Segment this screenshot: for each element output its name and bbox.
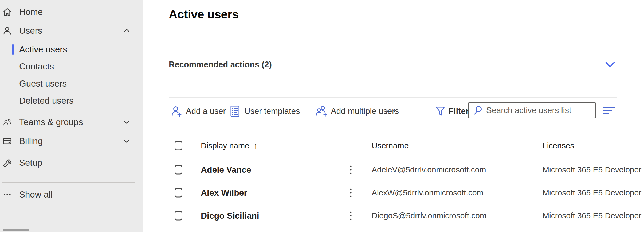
sidebar-item-label: Contacts bbox=[19, 61, 54, 72]
table-row: Alex Wilber AlexW@5drrlv.onmicrosoft.com… bbox=[169, 181, 642, 204]
more-vertical-icon[interactable] bbox=[348, 209, 354, 223]
sidebar-item-active-users[interactable]: Active users bbox=[0, 42, 143, 57]
user-templates-label: User templates bbox=[244, 106, 300, 116]
add-a-user-button[interactable]: Add a user bbox=[170, 104, 226, 119]
row-checkbox[interactable] bbox=[175, 188, 182, 198]
sort-ascending-icon: ↑ bbox=[254, 141, 258, 150]
recommended-actions-expand-chevron-icon[interactable] bbox=[604, 59, 616, 70]
row-divider bbox=[169, 227, 642, 227]
wrench-icon bbox=[3, 158, 12, 167]
section-divider bbox=[169, 53, 617, 53]
add-person-icon bbox=[170, 105, 183, 117]
active-users-page: Home Users Active users Contacts Guest bbox=[0, 0, 644, 232]
row-checkbox[interactable] bbox=[175, 165, 182, 175]
sidebar-item-label: Users bbox=[19, 26, 42, 36]
template-list-icon bbox=[229, 105, 241, 117]
user-licenses: Microsoft 365 E5 Developer (withou bbox=[543, 165, 644, 174]
table-header-row: Display name↑ Username Licenses bbox=[169, 133, 642, 158]
column-header-licenses[interactable]: Licenses bbox=[543, 141, 574, 150]
recommended-actions-heading: Recommended actions (2) bbox=[169, 60, 272, 69]
sidebar-item-deleted-users[interactable]: Deleted users bbox=[0, 93, 143, 108]
sidebar-item-label: Deleted users bbox=[19, 96, 74, 106]
section-divider bbox=[169, 97, 617, 98]
column-header-username[interactable]: Username bbox=[372, 141, 409, 150]
sidebar-item-label: Home bbox=[19, 7, 43, 17]
search-box bbox=[468, 102, 596, 118]
scrollbar-track-edge bbox=[642, 0, 642, 232]
sidebar-item-home[interactable]: Home bbox=[0, 5, 143, 20]
search-input[interactable] bbox=[484, 103, 595, 118]
sidebar-item-label: Billing bbox=[19, 136, 43, 146]
sidebar-divider bbox=[2, 182, 135, 183]
filter-label: Filter bbox=[449, 106, 469, 116]
row-checkbox[interactable] bbox=[175, 211, 182, 221]
page-title: Active users bbox=[169, 7, 239, 21]
user-username: AdeleV@5drrlv.onmicrosoft.com bbox=[372, 165, 486, 174]
user-licenses: Microsoft 365 E5 Developer (withou bbox=[543, 211, 644, 220]
toolbar-overflow-button[interactable] bbox=[386, 104, 396, 119]
add-a-user-label: Add a user bbox=[186, 106, 226, 116]
more-vertical-icon[interactable] bbox=[348, 186, 354, 200]
sidebar-nav: Home Users Active users Contacts Guest bbox=[0, 0, 143, 232]
user-templates-button[interactable]: User templates bbox=[229, 104, 300, 119]
add-people-icon bbox=[315, 105, 328, 117]
select-all-checkbox[interactable] bbox=[175, 141, 182, 150]
sidebar-item-contacts[interactable]: Contacts bbox=[0, 59, 143, 74]
sort-lines-icon[interactable] bbox=[603, 105, 615, 116]
chevron-down-icon bbox=[122, 118, 131, 127]
user-username: DiegoS@5drrlv.onmicrosoft.com bbox=[372, 211, 486, 220]
sidebar-item-teams-groups[interactable]: Teams & groups bbox=[0, 115, 143, 130]
sidebar-horizontal-scrollbar[interactable] bbox=[3, 229, 29, 231]
more-horizontal-icon bbox=[386, 105, 396, 117]
user-display-name[interactable]: Alex Wilber bbox=[201, 188, 247, 198]
sidebar-item-label: Guest users bbox=[19, 79, 67, 89]
ellipsis-icon bbox=[3, 190, 12, 199]
column-header-display-name[interactable]: Display name bbox=[201, 141, 249, 150]
selected-indicator bbox=[12, 44, 14, 55]
people-icon bbox=[3, 118, 12, 127]
user-username: AlexW@5drrlv.onmicrosoft.com bbox=[372, 188, 483, 197]
credit-card-icon bbox=[3, 137, 12, 146]
home-icon bbox=[3, 7, 12, 17]
chevron-down-icon bbox=[122, 137, 131, 146]
filter-button[interactable]: Filter bbox=[435, 104, 469, 119]
chevron-up-icon bbox=[122, 26, 131, 35]
sidebar-item-show-all[interactable]: Show all bbox=[0, 187, 143, 202]
filter-funnel-icon bbox=[435, 105, 445, 117]
sidebar-item-label: Teams & groups bbox=[19, 117, 83, 127]
search-icon bbox=[473, 105, 484, 116]
table-row: Adele Vance AdeleV@5drrlv.onmicrosoft.co… bbox=[169, 158, 642, 181]
person-icon bbox=[3, 26, 12, 35]
user-display-name[interactable]: Adele Vance bbox=[201, 165, 251, 175]
sidebar-item-label: Show all bbox=[19, 190, 53, 200]
user-display-name[interactable]: Diego Siciliani bbox=[201, 211, 259, 221]
user-licenses: Microsoft 365 E5 Developer (withou bbox=[543, 188, 644, 197]
more-vertical-icon[interactable] bbox=[348, 163, 354, 177]
table-row: Diego Siciliani DiegoS@5drrlv.onmicrosof… bbox=[169, 204, 642, 227]
main-content: Active users Recommended actions (2) Add… bbox=[169, 0, 642, 232]
sidebar-item-label: Setup bbox=[19, 158, 42, 168]
sidebar-item-users[interactable]: Users bbox=[0, 23, 143, 38]
sidebar-item-guest-users[interactable]: Guest users bbox=[0, 76, 143, 91]
sidebar-item-billing[interactable]: Billing bbox=[0, 134, 143, 149]
sidebar-item-label: Active users bbox=[19, 44, 67, 55]
sidebar-item-setup[interactable]: Setup bbox=[0, 155, 143, 170]
